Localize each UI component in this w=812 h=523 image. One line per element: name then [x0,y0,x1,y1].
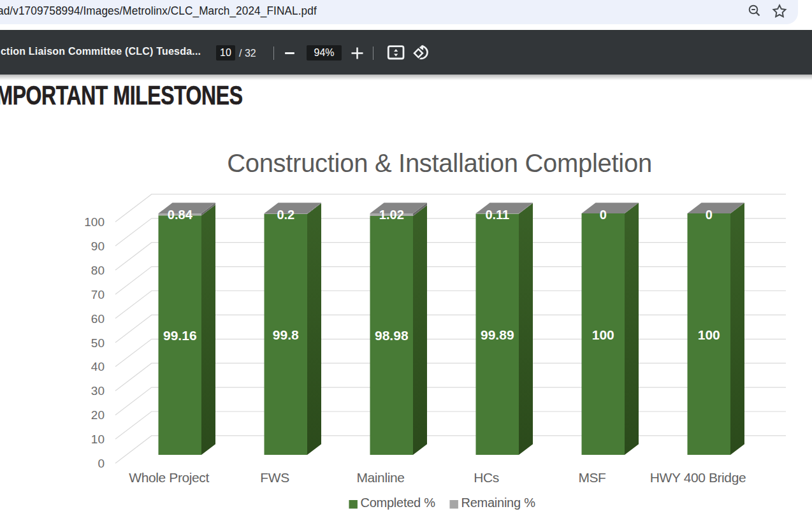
svg-text:99.16: 99.16 [163,328,197,343]
svg-text:Completed %: Completed % [361,496,436,510]
svg-text:1.02: 1.02 [379,208,404,222]
svg-text:100: 100 [592,327,614,342]
svg-text:0.84: 0.84 [168,208,193,222]
svg-text:30: 30 [91,384,105,398]
svg-text:0: 0 [600,208,607,222]
svg-text:10: 10 [91,433,105,446]
svg-text:99.8: 99.8 [273,327,299,342]
svg-text:20: 20 [91,408,105,422]
svg-text:0.2: 0.2 [277,208,294,222]
svg-text:FWS: FWS [260,470,289,485]
svg-text:HWY 400 Bridge: HWY 400 Bridge [650,470,746,485]
svg-text:0: 0 [98,457,105,470]
svg-text:Remaining %: Remaining % [461,496,536,510]
svg-text:100: 100 [84,215,105,229]
svg-text:99.89: 99.89 [481,327,514,342]
svg-text:Mainline: Mainline [356,470,404,485]
svg-text:0: 0 [706,208,713,222]
svg-text:50: 50 [91,336,105,350]
svg-text:70: 70 [91,288,105,301]
svg-text:60: 60 [91,312,105,326]
svg-text:HCs: HCs [474,470,499,485]
svg-text:0.11: 0.11 [485,208,509,222]
svg-text:98.98: 98.98 [375,328,409,343]
svg-text:MSF: MSF [578,470,605,485]
svg-text:Whole Project: Whole Project [129,470,209,485]
svg-text:90: 90 [91,240,105,253]
svg-text:80: 80 [91,264,105,277]
svg-text:100: 100 [698,327,720,342]
svg-text:40: 40 [91,360,105,373]
